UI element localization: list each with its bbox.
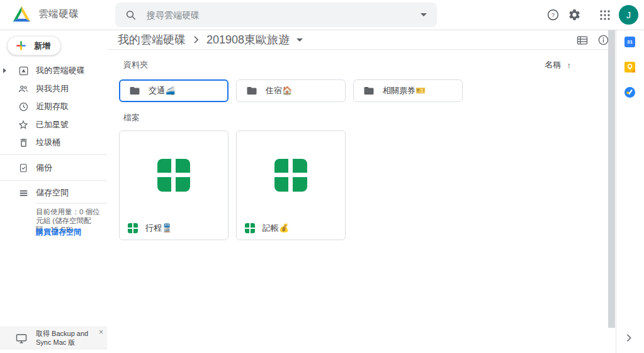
calendar-icon[interactable]: 31 [624, 37, 635, 47]
folders-grid: 交通🚄 住宿🏠 相關票券🎫 [119, 79, 463, 102]
files-section-label: 檔案 [123, 112, 140, 124]
sidebar-item-storage[interactable]: 儲存空間 [0, 184, 107, 202]
sheets-icon [245, 223, 255, 233]
sort-label: 名稱 [545, 59, 562, 71]
vertical-scrollbar[interactable] [608, 30, 615, 328]
sidebar-item-label: 與我共用 [36, 83, 69, 95]
folder-icon [363, 85, 375, 96]
new-button-label: 新增 [34, 40, 50, 52]
folders-section-label: 資料夾 [123, 59, 148, 71]
folder-card[interactable]: 交通🚄 [119, 79, 229, 102]
help-button[interactable]: ? [546, 8, 560, 21]
folder-icon [246, 85, 257, 96]
search-bar[interactable] [115, 3, 437, 27]
sidebar-item-label: 垃圾桶 [36, 137, 60, 148]
sidebar-item-starred[interactable]: 已加星號 [0, 116, 107, 134]
google-drive-window: 雲端硬碟 ? [0, 0, 644, 353]
sidebar-item-label: 我的雲端硬碟 [36, 65, 85, 76]
sheets-icon [128, 223, 138, 233]
backup-sync-toast: 取得 Backup and Sync Mac 版 × [0, 327, 107, 349]
monitor-icon [15, 332, 28, 347]
sheets-logo-icon [274, 159, 307, 192]
search-icon [125, 9, 137, 21]
sort-control[interactable]: 名稱 ↑ [545, 59, 572, 71]
folder-name: 交通🚄 [149, 85, 175, 96]
search-options-caret-icon[interactable] [421, 13, 427, 16]
list-view-toggle[interactable] [576, 34, 589, 49]
drive-home-link[interactable]: 雲端硬碟 [13, 6, 79, 22]
file-name: 行程🚆 [145, 223, 172, 234]
drive-icon [18, 65, 29, 76]
folder-name: 相關票券🎫 [383, 85, 426, 96]
file-footer: 記帳💰 [237, 217, 345, 240]
sort-direction-arrow-icon: ↑ [567, 61, 572, 70]
storage-icon [18, 187, 29, 199]
trash-icon [18, 137, 29, 148]
gear-icon [568, 8, 581, 21]
sidebar-item-shared-with-me[interactable]: 與我共用 [0, 80, 107, 98]
svg-text:?: ? [551, 11, 555, 18]
chevron-right-icon [193, 35, 199, 44]
sidebar-nav: 我的雲端硬碟 與我共用 [0, 62, 107, 152]
toast-message: 取得 Backup and Sync Mac 版 [36, 330, 104, 347]
sidebar-divider [0, 180, 107, 181]
backup-devices-icon [18, 162, 29, 173]
companion-side-panel: 31 [616, 30, 644, 353]
content-area: 我的雲端硬碟 201908東歐旅遊 [108, 30, 608, 353]
sidebar-item-label: 備份 [36, 162, 52, 173]
sidebar-item-label: 近期存取 [36, 101, 69, 112]
new-button[interactable]: 新增 [7, 36, 61, 55]
calendar-day: 31 [627, 39, 633, 45]
file-thumbnail [237, 131, 345, 219]
folder-icon [129, 85, 140, 96]
app-title: 雲端硬碟 [38, 8, 79, 21]
file-thumbnail [120, 131, 228, 219]
settings-button[interactable] [568, 8, 581, 21]
shared-people-icon [18, 83, 29, 95]
expand-panel-chevron-icon[interactable] [626, 333, 632, 345]
close-icon[interactable]: × [99, 328, 103, 337]
sheets-logo-icon [157, 159, 190, 192]
breadcrumb: 我的雲端硬碟 201908東歐旅遊 [108, 30, 608, 50]
sidebar-item-my-drive[interactable]: 我的雲端硬碟 [0, 62, 107, 80]
search-input[interactable] [145, 9, 421, 21]
folder-card[interactable]: 住宿🏠 [236, 79, 346, 102]
sidebar-item-backups[interactable]: 備份 [0, 159, 107, 177]
sidebar-item-label: 已加星號 [36, 119, 69, 130]
file-card[interactable]: 行程🚆 [119, 130, 229, 240]
folder-card[interactable]: 相關票券🎫 [353, 79, 463, 102]
help-icon: ? [546, 8, 560, 21]
folder-name: 住宿🏠 [266, 85, 292, 96]
apps-grid-button[interactable] [599, 9, 611, 21]
keep-icon[interactable] [624, 62, 635, 72]
sidebar-item-label: 儲存空間 [36, 187, 69, 199]
storage-divider [36, 203, 107, 204]
file-card[interactable]: 記帳💰 [236, 130, 346, 240]
folder-menu-caret-icon[interactable] [297, 38, 303, 42]
app-header: 雲端硬碟 ? [0, 0, 644, 30]
clock-icon [18, 101, 29, 112]
file-name: 記帳💰 [263, 223, 289, 234]
sidebar: 新增 我的雲端硬碟 [0, 30, 107, 353]
files-grid: 行程🚆 記帳💰 [119, 130, 346, 240]
file-footer: 行程🚆 [120, 217, 228, 240]
drive-logo-icon [13, 6, 31, 22]
sidebar-item-recent[interactable]: 近期存取 [0, 98, 107, 116]
tasks-icon[interactable] [624, 87, 635, 98]
avatar[interactable]: J [619, 5, 638, 25]
breadcrumb-root[interactable]: 我的雲端硬碟 [118, 32, 186, 47]
star-icon [18, 119, 29, 130]
expand-arrow-icon[interactable] [3, 68, 6, 73]
sidebar-item-trash[interactable]: 垃圾桶 [0, 134, 107, 152]
breadcrumb-current[interactable]: 201908東歐旅遊 [206, 32, 290, 47]
sidebar-divider [0, 154, 107, 155]
multicolor-plus-icon [15, 40, 27, 52]
buy-storage-link[interactable]: 購買儲存空間 [36, 227, 81, 238]
apps-grid-icon [599, 9, 611, 21]
